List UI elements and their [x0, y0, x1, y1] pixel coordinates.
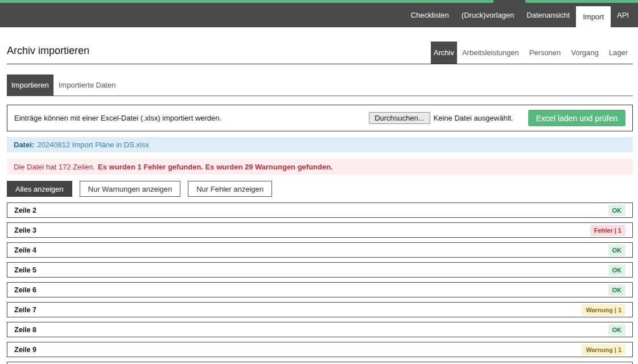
file-input: Durchsuchen... Keine Datei ausgewählt. [369, 112, 513, 124]
nav-item-api[interactable]: API [611, 3, 635, 27]
table-row[interactable]: Zeile 6 OK [7, 282, 633, 297]
row-label: Zeile 7 [14, 306, 36, 314]
accent-notch [493, 0, 525, 3]
table-row[interactable]: Zeile 4 OK [7, 242, 633, 258]
table-row[interactable]: Zeile 7 Warnung | 1 [7, 302, 633, 317]
page-title: Archiv importieren [7, 45, 89, 64]
row-result-list: Zeile 2 OK Zeile 3 Fehler | 1 Zeile 4 OK… [7, 202, 633, 364]
tab-importieren[interactable]: Importieren [7, 75, 53, 96]
no-file-selected-label: Keine Datei ausgewählt. [434, 114, 513, 122]
file-label: Datei: [14, 140, 34, 149]
status-badge: OK [608, 284, 626, 296]
row-label: Zeile 3 [14, 226, 36, 234]
main-content: Archiv importieren Archiv Arbeitsleistun… [0, 42, 638, 364]
row-label: Zeile 5 [14, 266, 36, 274]
status-badge: OK [608, 245, 626, 256]
load-and-check-button[interactable]: Excel laden und prüfen [528, 110, 625, 126]
tab-archiv[interactable]: Archiv [431, 42, 457, 64]
row-label: Zeile 8 [14, 326, 36, 334]
table-row[interactable]: Zeile 9 Warnung | 1 [7, 342, 633, 357]
filter-errors-only-button[interactable]: Nur Fehler anzeigen [188, 181, 272, 197]
row-label: Zeile 4 [14, 246, 36, 254]
upload-controls: Durchsuchen... Keine Datei ausgewählt. E… [369, 110, 625, 126]
status-badge: Warnung | 1 [582, 304, 625, 316]
top-navigation: Checklisten (Druck)vorlagen Datenansicht… [0, 3, 638, 27]
page-header: Archiv importieren Archiv Arbeitsleistun… [7, 42, 633, 64]
row-label: Zeile 6 [14, 286, 36, 294]
validation-summary-bar: Die Datei hat 172 Zeilen. Es wurden 1 Fe… [7, 159, 633, 175]
status-badge: OK [608, 205, 626, 216]
row-label: Zeile 9 [14, 346, 36, 354]
entity-tabs: Archiv Arbeitsleistungen Personen Vorgan… [431, 42, 633, 64]
summary-row-count: Die Datei hat 172 Zeilen. [14, 163, 95, 171]
nav-item-checklisten[interactable]: Checklisten [405, 3, 455, 27]
file-info-bar: Datei: 20240812 Import Pläne in DS.xlsx [7, 137, 633, 152]
tab-arbeitsleistungen[interactable]: Arbeitsleistungen [457, 42, 524, 64]
filter-show-all-button[interactable]: Alles anzeigen [7, 181, 72, 197]
table-row[interactable]: Zeile 8 OK [7, 322, 633, 337]
table-row[interactable]: Zeile 2 OK [7, 202, 633, 218]
tab-lager[interactable]: Lager [604, 42, 633, 64]
sub-tabs: Importieren Importierte Daten [7, 75, 633, 96]
top-accent-bar [0, 0, 638, 3]
filter-buttons: Alles anzeigen Nur Warnungen anzeigen Nu… [7, 181, 633, 197]
table-row[interactable]: Zeile 5 OK [7, 262, 633, 278]
nav-item-druckvorlagen[interactable]: (Druck)vorlagen [455, 3, 520, 27]
upload-hint: Einträge können mit einer Excel-Datei (.… [14, 114, 221, 122]
summary-error-warning-count: Es wurden 1 Fehler gefunden. Es wurden 2… [98, 163, 333, 171]
tab-vorgang[interactable]: Vorgang [566, 42, 603, 64]
nav-item-import[interactable]: Import [576, 6, 611, 27]
table-row[interactable]: Zeile 10 [7, 362, 633, 364]
tab-importierte-daten[interactable]: Importierte Daten [53, 75, 121, 96]
table-row[interactable]: Zeile 3 Fehler | 1 [7, 222, 633, 238]
browse-button[interactable]: Durchsuchen... [369, 112, 430, 124]
nav-item-datenansicht[interactable]: Datenansicht [520, 3, 576, 27]
row-label: Zeile 2 [14, 206, 36, 214]
status-badge: Fehler | 1 [590, 225, 625, 236]
upload-panel: Einträge können mit einer Excel-Datei (.… [7, 105, 633, 131]
status-badge: OK [608, 324, 626, 336]
status-badge: OK [608, 264, 626, 276]
filter-warnings-only-button[interactable]: Nur Warnungen anzeigen [80, 181, 181, 197]
file-name-link[interactable]: 20240812 Import Pläne in DS.xlsx [37, 140, 149, 149]
status-badge: Warnung | 1 [582, 344, 625, 355]
tab-personen[interactable]: Personen [524, 42, 566, 64]
